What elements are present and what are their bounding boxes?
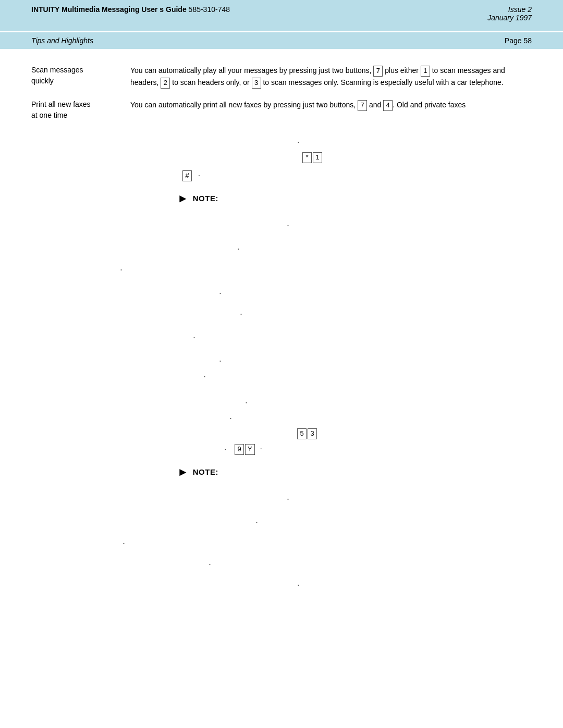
guide-title: INTUITY Multimedia Messaging User s Guid… (31, 5, 187, 14)
print-label: Print all new faxesat one time (31, 99, 115, 121)
dot9: · (203, 371, 206, 382)
key-7b: 7 (358, 100, 367, 111)
dot15: · (123, 538, 125, 549)
page-number: Page 58 (505, 36, 532, 45)
print-body: You can automatically print all new faxe… (130, 99, 532, 121)
key-hash: # (182, 170, 192, 181)
key-star: * (302, 152, 312, 163)
subheader-bar: Tips and Highlights Page 58 (0, 32, 563, 49)
dot3: · (237, 243, 240, 254)
issue-date: January 1997 (487, 14, 532, 22)
key-4: 4 (383, 100, 393, 111)
key-1: 1 (421, 66, 430, 77)
dot7: · (193, 332, 195, 343)
scan-body: You can automatically play all your mess… (130, 65, 532, 89)
scan-messages-row: Scan messagesquickly You can automatical… (31, 65, 532, 89)
hash-key-area: # · (182, 170, 200, 181)
key-1b: 1 (313, 152, 322, 163)
note-block-2: ► NOTE: (177, 462, 218, 481)
main-content: Scan messagesquickly You can automatical… (0, 49, 563, 517)
dot6: · (240, 309, 242, 319)
dot11: · (229, 413, 232, 424)
dot17: · (297, 579, 300, 590)
key-5: 5 (297, 428, 307, 439)
key-53-area: 5 3 (297, 428, 317, 439)
dot14: · (255, 517, 258, 528)
key-3b: 3 (308, 428, 317, 439)
note-arrow-1: ► (177, 193, 189, 204)
key-9y-area: 9 Y · (235, 444, 262, 455)
dot4: · (120, 264, 123, 275)
header-title: INTUITY Multimedia Messaging User s Guid… (31, 5, 230, 14)
scattered-area: · * 1 # · ► NOTE: · · (31, 131, 532, 496)
header-issue: Issue 2 January 1997 (487, 5, 532, 22)
key-9: 9 (235, 444, 244, 455)
dot16: · (209, 559, 211, 570)
dot2: · (287, 220, 289, 231)
dot12: · (224, 444, 227, 455)
section-label: Tips and Highlights (31, 36, 93, 45)
note-block-1: ► NOTE: (177, 189, 218, 207)
dot5: · (219, 288, 222, 299)
dot13: · (287, 493, 289, 504)
star-one-keys: * 1 (302, 152, 322, 163)
key-3: 3 (252, 78, 261, 89)
dot8: · (219, 355, 222, 366)
note-arrow-2: ► (177, 466, 189, 478)
key-7: 7 (373, 66, 383, 77)
key-Y: Y (245, 444, 255, 455)
header-bar: INTUITY Multimedia Messaging User s Guid… (0, 0, 563, 31)
page: INTUITY Multimedia Messaging User s Guid… (0, 0, 563, 728)
dot10: · (245, 397, 248, 408)
key-2: 2 (161, 78, 170, 89)
guide-number: 585-310-748 (189, 5, 230, 14)
dot-after-9y: · (260, 444, 262, 455)
note-label-2: NOTE: (193, 467, 218, 476)
note-label-1: NOTE: (193, 194, 218, 203)
print-faxes-row: Print all new faxesat one time You can a… (31, 99, 532, 121)
dot1: · (297, 137, 300, 147)
scan-label: Scan messagesquickly (31, 65, 115, 89)
issue-label: Issue 2 (508, 5, 532, 14)
